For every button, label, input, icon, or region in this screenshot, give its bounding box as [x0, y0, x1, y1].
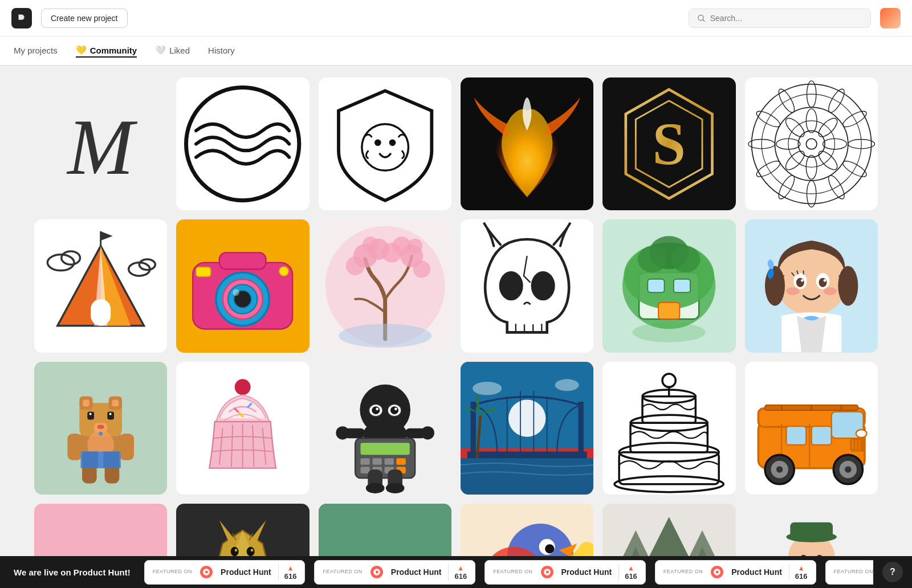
- ph-logo-icon: [200, 566, 213, 578]
- gallery-item[interactable]: [602, 362, 735, 495]
- svg-point-5: [374, 139, 381, 146]
- product-hunt-badge[interactable]: FEATURED ON Product Hunt ▲ 616: [484, 560, 646, 585]
- help-button[interactable]: ?: [882, 562, 903, 582]
- gallery-item[interactable]: [461, 77, 593, 210]
- svg-rect-220: [790, 522, 833, 539]
- svg-text:M: M: [66, 103, 138, 191]
- svg-point-81: [765, 266, 785, 306]
- banner-text: We are live on Product Hunt!: [0, 567, 144, 577]
- product-hunt-badge[interactable]: FEATURED ON Product Hunt ▲ 616: [144, 560, 306, 585]
- search-icon: [697, 14, 706, 23]
- avatar[interactable]: [880, 8, 901, 28]
- svg-rect-139: [396, 458, 405, 465]
- gallery-item[interactable]: [176, 504, 309, 556]
- svg-point-108: [99, 431, 103, 435]
- create-project-button[interactable]: Create new project: [41, 9, 128, 28]
- bottom-banner: We are live on Product Hunt! FEATURED ON…: [0, 556, 912, 588]
- svg-point-6: [389, 139, 396, 146]
- svg-rect-75: [658, 303, 679, 319]
- gallery-item[interactable]: [34, 362, 167, 495]
- svg-point-112: [235, 379, 251, 395]
- gallery-item[interactable]: [319, 219, 451, 352]
- gallery-item[interactable]: [176, 77, 309, 210]
- gallery-item[interactable]: [319, 362, 451, 495]
- gallery-item[interactable]: [745, 362, 878, 495]
- svg-point-87: [801, 279, 804, 282]
- svg-point-128: [376, 407, 378, 410]
- search-input[interactable]: [710, 14, 862, 23]
- gallery-item[interactable]: [34, 504, 167, 556]
- svg-point-85: [796, 278, 804, 287]
- ph-logo-icon: [541, 566, 553, 578]
- tab-community[interactable]: 💛 Community: [76, 45, 137, 58]
- svg-point-88: [823, 279, 826, 282]
- svg-point-151: [555, 379, 579, 391]
- svg-rect-97: [87, 411, 94, 419]
- gallery-item[interactable]: [602, 504, 735, 556]
- liked-icon: 🤍: [155, 45, 166, 55]
- gallery-item[interactable]: [461, 219, 593, 352]
- gallery-item[interactable]: [176, 362, 309, 495]
- svg-point-184: [776, 466, 783, 473]
- gallery-item[interactable]: [461, 362, 593, 495]
- svg-rect-73: [648, 279, 665, 292]
- svg-rect-135: [360, 443, 409, 455]
- svg-point-69: [531, 271, 555, 300]
- svg-point-146: [365, 483, 384, 493]
- svg-point-129: [394, 407, 397, 410]
- search-bar[interactable]: [689, 9, 871, 28]
- tab-history-label: History: [208, 46, 235, 55]
- svg-point-198: [247, 547, 255, 556]
- svg-rect-173: [811, 426, 831, 445]
- svg-rect-99: [89, 413, 91, 415]
- svg-rect-96: [112, 399, 119, 406]
- ph-logo-icon: [370, 566, 383, 578]
- gallery-item[interactable]: [461, 504, 593, 556]
- svg-point-63: [413, 261, 430, 278]
- svg-point-12: [806, 138, 817, 149]
- gallery-wrapper: M: [0, 66, 912, 556]
- svg-rect-202: [319, 504, 451, 556]
- svg-point-14: [788, 121, 834, 168]
- gallery-item[interactable]: [34, 219, 167, 352]
- tabs: My projects 💛 Community 🤍 Liked History: [0, 36, 912, 66]
- svg-rect-95: [83, 399, 89, 406]
- gallery-item[interactable]: [745, 504, 878, 556]
- svg-rect-104: [119, 434, 134, 460]
- product-hunt-badge[interactable]: FEATURED ON Product Hunt ▲ 616: [655, 560, 816, 585]
- svg-point-54: [233, 289, 239, 296]
- tab-liked[interactable]: 🤍 Liked: [155, 45, 190, 58]
- banner-scroll: FEATURED ON Product Hunt ▲ 616 FEATURED …: [144, 560, 873, 585]
- svg-point-200: [251, 549, 254, 552]
- tab-my-projects[interactable]: My projects: [14, 46, 58, 58]
- tab-history[interactable]: History: [208, 46, 235, 58]
- gallery-item[interactable]: [319, 77, 451, 210]
- gallery-item[interactable]: [176, 219, 309, 352]
- svg-point-149: [508, 399, 545, 436]
- product-hunt-badge[interactable]: FEATURED ON Product Hunt ▲ 616: [314, 560, 475, 585]
- svg-point-187: [845, 466, 852, 473]
- svg-rect-55: [196, 267, 211, 276]
- ph-name: Product Hunt: [391, 567, 442, 577]
- gallery-item[interactable]: M: [34, 77, 167, 210]
- svg-point-86: [819, 278, 826, 287]
- gallery-item[interactable]: [745, 219, 878, 352]
- topbar: Create new project: [0, 0, 912, 36]
- svg-rect-137: [372, 458, 381, 465]
- ph-count: ▲ 616: [789, 564, 808, 581]
- gallery-item[interactable]: [319, 504, 451, 556]
- tab-liked-label: Liked: [169, 46, 190, 55]
- ph-name: Product Hunt: [731, 567, 782, 577]
- svg-rect-217: [602, 504, 735, 556]
- gallery-item[interactable]: S: [602, 77, 735, 210]
- product-hunt-badge[interactable]: FEATURED ON Product Hunt ▲ 616: [825, 560, 873, 585]
- gallery-item[interactable]: [602, 219, 735, 352]
- svg-rect-136: [360, 458, 369, 465]
- svg-point-179: [856, 430, 866, 438]
- tab-community-label: Community: [90, 46, 137, 55]
- svg-point-89: [786, 287, 799, 295]
- svg-point-133: [421, 426, 434, 439]
- logo-button[interactable]: [11, 8, 32, 28]
- gallery-item[interactable]: [745, 77, 878, 210]
- svg-rect-167: [619, 452, 719, 484]
